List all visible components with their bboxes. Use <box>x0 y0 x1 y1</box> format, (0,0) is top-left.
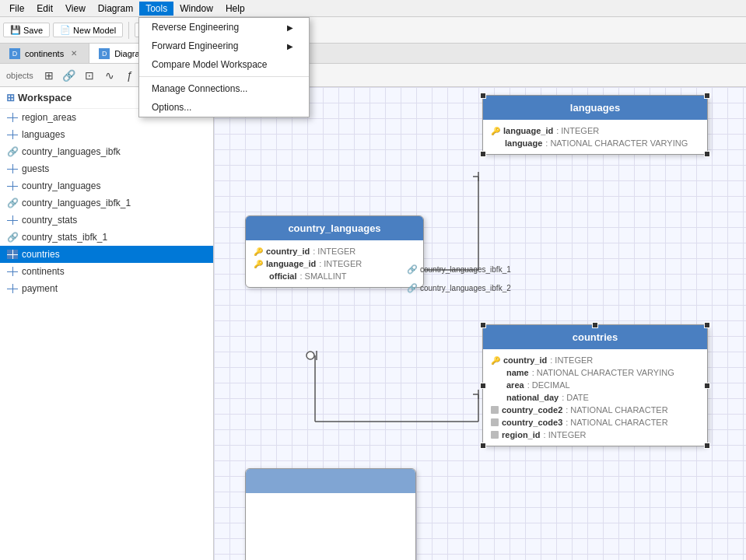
resize-handle-tr-languages[interactable] <box>480 93 486 99</box>
table-countries-title: countries <box>573 331 618 343</box>
sidebar-item-country-languages[interactable]: country_languages <box>0 177 213 194</box>
workspace-icon: ⊞ <box>6 92 15 103</box>
sidebar-item-country-stats[interactable]: country_stats <box>0 212 213 229</box>
table-country-languages-body: 🔑 country_id : INTEGER 🔑 language_id : I… <box>246 240 423 287</box>
sidebar-item-languages[interactable]: languages <box>0 126 213 143</box>
table-countries[interactable]: countries 🔑 country_id : INTEGER name : … <box>482 324 708 446</box>
menu-diagram[interactable]: Diagram <box>92 2 139 16</box>
sidebar-label-cl-ibfk-1: country_languages_ibfk_1 <box>22 198 131 208</box>
menu-view[interactable]: View <box>59 2 92 16</box>
field-cl-official: official : SMALLINT <box>254 270 415 282</box>
sidebar-item-cs-ibfk-1[interactable]: 🔗 country_stats_ibfk_1 <box>0 229 213 246</box>
table-languages[interactable]: languages 🔑 language_id : INTEGER langua… <box>482 95 708 155</box>
menu-separator-1 <box>139 76 309 77</box>
menu-manage-connections-label: Manage Connections... <box>152 83 247 94</box>
field-c-area: area : DECIMAL <box>491 379 699 391</box>
sidebar-item-countries[interactable]: countries <box>0 246 213 263</box>
field-c-country-id: 🔑 country_id : INTEGER <box>491 354 699 366</box>
handle-top-countries[interactable] <box>592 322 598 328</box>
tabbar: D continents ✕ D Diagram_3 ✕ <box>0 44 746 64</box>
sidebar-item-continents[interactable]: continents <box>0 263 213 280</box>
link-icon-cl-ibfk-1: 🔗 <box>6 197 19 209</box>
sidebar-item-cl-ibfk[interactable]: 🔗 country_languages_ibfk <box>0 143 213 160</box>
field-cl-language-id: 🔑 language_id : INTEGER <box>254 257 415 270</box>
table-icon-country-stats <box>6 214 19 226</box>
new-model-button[interactable]: 📄 New Model <box>53 23 123 37</box>
curve-icon-btn[interactable]: ∿ <box>100 66 119 85</box>
menu-tools[interactable]: Tools <box>139 2 173 16</box>
nullable-icon-c-cc2 <box>491 406 499 414</box>
menu-manage-connections[interactable]: Manage Connections... <box>139 79 309 98</box>
resize-handle-bl-languages[interactable] <box>480 151 486 157</box>
grid-icon-btn[interactable]: ⊞ <box>40 66 58 85</box>
link-icon-btn[interactable]: 🔗 <box>60 66 79 85</box>
table-country-languages[interactable]: country_languages 🔑 country_id : INTEGER… <box>245 215 424 288</box>
table-icon-country-languages <box>6 180 19 192</box>
handle-tr-countries[interactable] <box>704 322 710 328</box>
sidebar-label-region-areas: region_areas <box>22 112 76 123</box>
field-c-region-id: region_id : INTEGER <box>491 429 699 441</box>
field-c-name: name : NATIONAL CHARACTER VARYING <box>491 366 699 379</box>
tab-label-continents: continents <box>25 49 64 58</box>
sidebar-item-payment[interactable]: payment <box>0 280 213 297</box>
svg-point-11 <box>306 352 314 359</box>
table-languages-title: languages <box>570 102 620 114</box>
menu-compare-model[interactable]: Compare Model Workspace <box>139 55 309 74</box>
field-c-country-code3: country_code3 : NATIONAL CHARACTER <box>491 416 699 429</box>
menu-file[interactable]: File <box>3 2 30 16</box>
save-button[interactable]: 💾 Save <box>3 23 50 37</box>
main-layout: ⊞ Workspace region_areas languages 🔗 cou… <box>0 87 746 560</box>
sidebar-item-guests[interactable]: guests <box>0 160 213 177</box>
handle-mr-countries[interactable] <box>704 383 710 389</box>
field-c-national-day: national_day : DATE <box>491 391 699 404</box>
menu-reverse-engineering-label: Reverse Engineering <box>152 22 239 33</box>
key-icon-c-country-id: 🔑 <box>491 356 500 365</box>
nullable-icon-c-cc3 <box>491 418 499 426</box>
tab-close-continents[interactable]: ✕ <box>68 48 79 58</box>
table-country-languages-title: country_languages <box>288 222 380 234</box>
sidebar-title: Workspace <box>18 92 72 103</box>
handle-tl-countries[interactable] <box>480 322 486 328</box>
menu-forward-engineering[interactable]: Forward Engineering ▶ <box>139 37 309 55</box>
table-icon-continents <box>6 265 19 278</box>
handle-br-countries[interactable] <box>704 443 710 449</box>
save-icon: 💾 <box>10 25 21 35</box>
func-icon-btn[interactable]: ƒ <box>121 66 139 85</box>
link-icon-cl-ibfk: 🔗 <box>6 145 19 158</box>
menu-help[interactable]: Help <box>219 2 251 16</box>
menu-window[interactable]: Window <box>173 2 219 16</box>
key-icon-cl-country-id: 🔑 <box>254 247 263 256</box>
menu-compare-model-label: Compare Model Workspace <box>152 59 268 70</box>
sidebar-label-cs-ibfk-1: country_stats_ibfk_1 <box>22 232 107 243</box>
handle-bl-countries[interactable] <box>480 443 486 449</box>
handle-ml-countries[interactable] <box>480 383 486 389</box>
connector-label-ibfk-2: 🔗 country_languages_ibfk_2 <box>407 283 511 293</box>
resize-handle-tl-languages[interactable] <box>704 93 710 99</box>
sidebar: ⊞ Workspace region_areas languages 🔗 cou… <box>0 87 214 560</box>
sidebar-label-countries: countries <box>22 249 60 260</box>
menu-options[interactable]: Options... <box>139 98 309 117</box>
objects-label: objects <box>6 71 33 80</box>
connector-text-ibfk-1: country_languages_ibfk_1 <box>420 265 511 274</box>
table-icon-btn[interactable]: ⊡ <box>80 66 99 85</box>
menu-reverse-engineering[interactable]: Reverse Engineering ▶ <box>139 18 309 37</box>
menubar: File Edit View Diagram Tools Window Help <box>0 0 746 17</box>
tab-continents[interactable]: D continents ✕ <box>0 44 89 63</box>
table-icon-countries <box>6 248 19 261</box>
sidebar-item-cl-ibfk-1[interactable]: 🔗 country_languages_ibfk_1 <box>0 194 213 212</box>
table-partial-bottom[interactable] <box>245 468 416 560</box>
table-icon-region-areas <box>6 111 19 124</box>
canvas[interactable]: languages 🔑 language_id : INTEGER langua… <box>214 87 746 560</box>
toolbar-separator-1 <box>128 22 129 39</box>
submenu-arrow-forward: ▶ <box>287 42 293 51</box>
sidebar-label-continents: continents <box>22 266 65 277</box>
menu-edit[interactable]: Edit <box>30 2 59 16</box>
table-icon-languages <box>6 128 19 141</box>
submenu-arrow-reverse: ▶ <box>287 23 293 32</box>
resize-handle-languages[interactable] <box>704 151 710 157</box>
field-cl-country-id: 🔑 country_id : INTEGER <box>254 245 415 257</box>
table-countries-body: 🔑 country_id : INTEGER name : NATIONAL C… <box>483 349 707 446</box>
table-partial-title <box>329 475 332 487</box>
menu-options-label: Options... <box>152 102 191 113</box>
table-icon-guests <box>6 163 19 175</box>
